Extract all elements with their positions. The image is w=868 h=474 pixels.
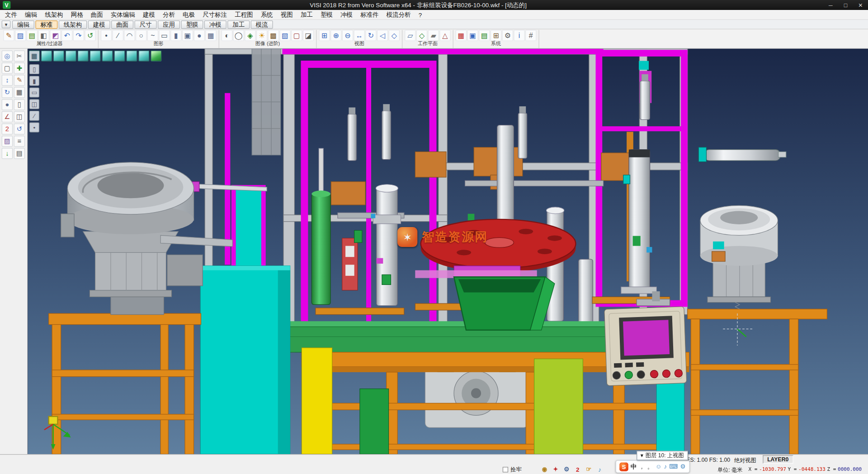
maximize-button[interactable]: □ xyxy=(838,0,853,10)
wireframe-render-icon[interactable]: ◯ xyxy=(233,30,244,41)
zoom-in-icon[interactable]: ⊕ xyxy=(330,30,341,41)
active-layer-badge[interactable]: LAYER0 xyxy=(763,455,793,464)
sphere-icon[interactable]: ● xyxy=(194,30,205,41)
previous-view-icon[interactable]: ◁ xyxy=(377,30,388,41)
workplane-reset-icon[interactable]: △ xyxy=(439,30,450,41)
cut-tool-icon[interactable]: ✂ xyxy=(14,50,25,61)
minimize-button[interactable]: ─ xyxy=(823,0,838,10)
block-icon[interactable]: ▣ xyxy=(182,30,193,41)
lock-checkbox[interactable] xyxy=(503,467,508,472)
texture-icon[interactable]: ▩ xyxy=(268,30,279,41)
view-bottom-cube-icon[interactable] xyxy=(114,50,125,61)
count-icon[interactable]: 2 xyxy=(574,465,582,474)
snapshot-icon[interactable]: ▢ xyxy=(291,30,302,41)
color-picker-icon[interactable]: ▨ xyxy=(15,30,26,41)
counter-icon[interactable]: 2 xyxy=(2,123,13,134)
tab-surface[interactable]: 曲面 xyxy=(111,20,133,28)
view-iso-cube-icon[interactable] xyxy=(41,50,52,61)
menu-molding[interactable]: 塑模 xyxy=(316,10,336,19)
refresh-icon[interactable]: ↺ xyxy=(85,30,95,41)
edge-filter-icon[interactable]: ◫ xyxy=(29,99,39,109)
tab-application[interactable]: 应用 xyxy=(158,20,180,28)
workplane-face-icon[interactable]: ▰ xyxy=(428,30,439,41)
menu-wireframe[interactable]: 线架构 xyxy=(41,10,67,19)
tab-standard[interactable]: 标准 xyxy=(35,20,57,28)
iso-view-icon[interactable]: ◇ xyxy=(389,30,400,41)
tools-icon[interactable]: ✦ xyxy=(552,465,560,474)
rectangle-icon[interactable]: ▭ xyxy=(159,30,170,41)
view-front-cube-icon[interactable] xyxy=(65,50,76,61)
menu-edit[interactable]: 编辑 xyxy=(21,10,41,19)
shaded-cube-icon[interactable] xyxy=(151,50,161,61)
menu-drafting[interactable]: 工程图 xyxy=(231,10,257,19)
menu-file[interactable]: 文件 xyxy=(1,10,21,19)
element-filter-icon[interactable]: ◧ xyxy=(38,30,49,41)
layer-manager-icon[interactable]: ▤ xyxy=(479,30,490,41)
solid-filter-icon[interactable]: ▮ xyxy=(29,76,39,86)
edit-icon[interactable]: ✎ xyxy=(14,75,25,85)
display-settings-icon[interactable]: ▣ xyxy=(467,30,478,41)
layer-filter-icon[interactable]: ▤ xyxy=(27,30,38,41)
tab-stamping[interactable]: 冲模 xyxy=(204,20,226,28)
point-icon[interactable]: • xyxy=(101,30,112,41)
mirror-icon[interactable]: ◫ xyxy=(14,111,25,122)
ime-mic-icon[interactable]: ♪ xyxy=(664,463,667,470)
menu-stamping[interactable]: 冲模 xyxy=(336,10,356,19)
info-icon[interactable]: i xyxy=(514,30,524,41)
add-entity-icon[interactable]: ✚ xyxy=(14,62,25,73)
selection-filter-icon[interactable]: ▯ xyxy=(29,64,39,74)
lock-icon[interactable]: ◉ xyxy=(540,465,548,474)
cylinder-icon[interactable]: ▮ xyxy=(170,30,181,41)
close-button[interactable]: ✕ xyxy=(853,0,868,10)
sphere-tool-icon[interactable]: ● xyxy=(2,99,13,110)
menu-standard-parts[interactable]: 标准件 xyxy=(357,10,383,19)
mic-icon[interactable]: ♪ xyxy=(596,465,604,474)
viewport-3d[interactable]: ▦ ▯▮▭◫∕• ✶ 智造资源网 xyxy=(28,49,868,454)
circle-icon[interactable]: ○ xyxy=(136,30,146,41)
menu-analysis[interactable]: 分析 xyxy=(159,10,179,19)
tab-flow[interactable]: 模流 xyxy=(251,20,273,28)
lock-toggle[interactable]: 拴牢 xyxy=(503,466,522,474)
line-icon[interactable]: ∕ xyxy=(113,30,123,41)
undo-icon[interactable]: ↶ xyxy=(61,30,72,41)
rotate-icon[interactable]: ↻ xyxy=(2,87,13,98)
redo-icon[interactable]: ↷ xyxy=(73,30,84,41)
ime-emoji-icon[interactable]: ☺ xyxy=(656,463,662,470)
box-select-icon[interactable]: ▢ xyxy=(2,62,13,73)
menu-flow-analysis[interactable]: 模流分析 xyxy=(382,10,415,19)
tab-wireframe[interactable]: 线架构 xyxy=(59,20,87,28)
workplane-xy-icon[interactable]: ▱ xyxy=(405,30,415,41)
undo-tool-icon[interactable]: ↺ xyxy=(14,123,25,134)
menu-system[interactable]: 系统 xyxy=(257,10,277,19)
measure-icon[interactable]: ∠ xyxy=(2,111,13,122)
menu-dimensioning[interactable]: 尺寸标注 xyxy=(199,10,231,19)
menu-mesh[interactable]: 网格 xyxy=(67,10,87,19)
fill-icon[interactable]: ▨ xyxy=(2,136,13,147)
tab-dimension[interactable]: 尺寸 xyxy=(135,20,157,28)
section-icon[interactable]: ◪ xyxy=(303,30,314,41)
view-back-cube-icon[interactable] xyxy=(77,50,88,61)
system-settings-icon[interactable]: ⚙ xyxy=(502,30,513,41)
export-icon[interactable]: ↓ xyxy=(2,148,13,159)
pan-icon[interactable]: ↔ xyxy=(354,30,364,41)
menu-surface[interactable]: 曲面 xyxy=(87,10,107,19)
layer-indicator-popup[interactable]: ▾ 图层 10: 上视图 xyxy=(637,451,688,460)
face-filter-icon[interactable]: ▭ xyxy=(29,87,39,97)
viewport-grid-icon[interactable]: ▦ xyxy=(29,50,40,61)
view-trimetric-cube-icon[interactable] xyxy=(126,50,137,61)
menu-machining[interactable]: 加工 xyxy=(297,10,316,19)
ime-bar[interactable]: S 中 ， 。 ☺♪⌨⚙ xyxy=(616,460,689,473)
wire-filter-icon[interactable]: ∕ xyxy=(29,111,39,121)
menu-solid-edit[interactable]: 实体编辑 xyxy=(107,10,139,19)
ime-keyboard-icon[interactable]: ⌨ xyxy=(669,463,678,470)
tab-modeling[interactable]: 建模 xyxy=(88,20,110,28)
print-icon[interactable]: ▤ xyxy=(14,148,25,159)
tab-machining[interactable]: 加工 xyxy=(227,20,250,28)
selection-mask-icon[interactable]: ◩ xyxy=(50,30,61,41)
attributes-pencil-icon[interactable]: ✎ xyxy=(3,30,14,41)
hand-icon[interactable]: ☞ xyxy=(585,465,593,474)
view-left-cube-icon[interactable] xyxy=(90,50,100,61)
mesh-icon[interactable]: ▦ xyxy=(205,30,216,41)
sogou-logo-icon[interactable]: S xyxy=(619,462,628,471)
stack-icon[interactable]: ≡ xyxy=(14,136,25,147)
